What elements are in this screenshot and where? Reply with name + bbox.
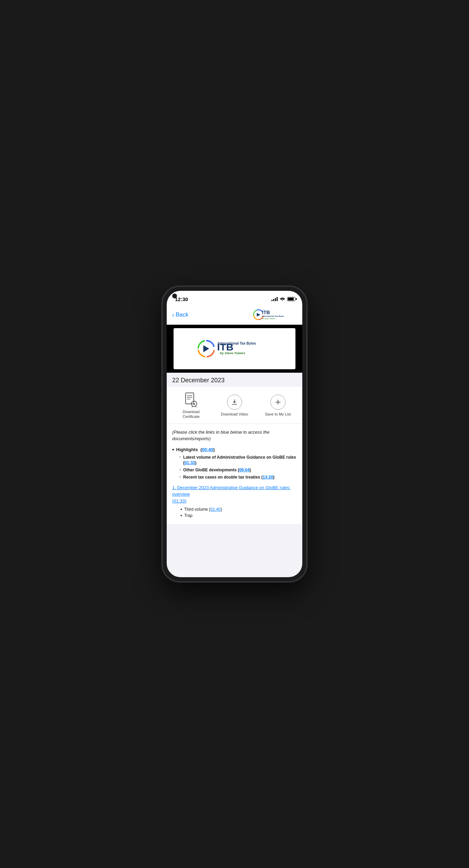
highlight-item-2: Other GloBE developments (09:04) (179, 467, 297, 473)
nested-bullets: Third volume (01:40) Trap (172, 507, 297, 518)
video-area[interactable]: ITB International Tax Bytes by Steve Tow… (167, 325, 302, 373)
download-video-icon (227, 395, 242, 410)
save-to-list-label: Save to My List (265, 412, 291, 417)
actions-row: ★ DownloadCertificate Do (167, 387, 302, 423)
status-time: 12:30 (175, 296, 188, 302)
highlight-item-1: Latest volume of Administrative Guidance… (179, 455, 297, 466)
status-icons (271, 297, 295, 302)
svg-text:International Tax Bytes: International Tax Bytes (262, 315, 284, 317)
download-video-label: Download Video (221, 412, 248, 417)
content-area: 22 December 2023 (167, 373, 302, 577)
intro-text: (Please click the links in blue below to… (172, 429, 297, 442)
wifi-icon (280, 297, 285, 302)
back-chevron-icon: ‹ (172, 311, 174, 319)
highlights-timestamp-link[interactable]: 00:40 (202, 447, 213, 452)
download-video-button[interactable]: Download Video (221, 395, 248, 417)
nav-logo: ITB International Tax Bytes by Steve Tow… (252, 309, 297, 321)
highlights-main-bullet: Highlights (00:40) (172, 447, 297, 452)
download-certificate-label: DownloadCertificate (183, 409, 200, 419)
highlights-section: Highlights (00:40) Latest volume of Admi… (172, 447, 297, 480)
video-logo: ITB International Tax Bytes by Steve Tow… (197, 337, 272, 361)
signal-icon (271, 297, 278, 301)
highlight-item-2-link[interactable]: 09:04 (239, 468, 250, 472)
download-certificate-button[interactable]: ★ DownloadCertificate (177, 392, 205, 419)
nested-item-2: Trap (180, 513, 297, 518)
back-label: Back (176, 311, 189, 318)
itb-logo-svg: ITB International Tax Bytes by Steve Tow… (252, 309, 297, 321)
highlights-label: Highlights (00:40) (176, 447, 215, 452)
date-header: 22 December 2023 (167, 373, 302, 387)
nav-bar: ‹ Back ITB (167, 306, 302, 325)
svg-point-0 (282, 300, 283, 301)
nested-item-1-link[interactable]: 01:40 (211, 507, 221, 512)
status-bar: 12:30 (167, 291, 302, 306)
svg-rect-17 (186, 393, 194, 404)
highlight-item-3-link[interactable]: 13:20 (263, 475, 273, 480)
save-to-list-button[interactable]: Save to My List (264, 395, 292, 417)
save-to-list-icon (270, 395, 286, 410)
battery-icon (287, 297, 295, 301)
svg-text:ITB: ITB (262, 310, 270, 315)
highlight-item-1-link[interactable]: 01:33 (185, 460, 195, 465)
main-content: (Please click the links in blue below to… (167, 424, 302, 524)
camera-notch (172, 294, 177, 298)
nested-item-1: Third volume (01:40) (180, 507, 297, 512)
svg-text:by Steve Towers: by Steve Towers (220, 351, 245, 355)
svg-text:★: ★ (193, 403, 196, 406)
svg-text:International Tax Bytes: International Tax Bytes (218, 342, 256, 345)
highlights-sub-bullets: Latest volume of Administrative Guidance… (172, 455, 297, 480)
highlight-item-3: Recent tax cases on double tax treaties … (179, 474, 297, 480)
back-button[interactable]: ‹ Back (172, 311, 189, 319)
svg-marker-13 (203, 345, 209, 352)
numbered-item-1[interactable]: 1. December 2023 Administrative Guidance… (172, 484, 297, 505)
svg-text:by Steve Towers: by Steve Towers (262, 318, 276, 320)
video-thumbnail: ITB International Tax Bytes by Steve Tow… (174, 328, 295, 369)
svg-marker-5 (257, 313, 260, 316)
certificate-icon: ★ (183, 392, 199, 407)
date-text: 22 December 2023 (172, 377, 225, 384)
